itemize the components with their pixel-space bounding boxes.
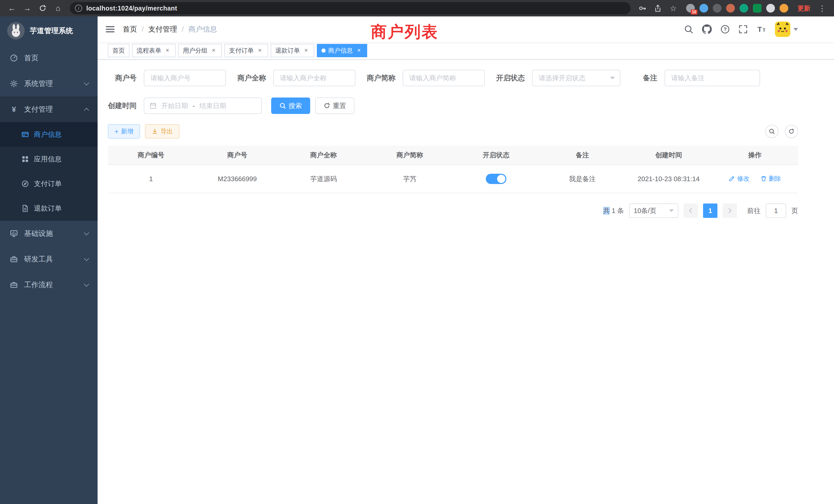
yen-icon: ¥ (8, 105, 20, 114)
search-icon[interactable] (684, 25, 693, 34)
merchant-no-input[interactable] (144, 70, 226, 86)
delete-button[interactable]: 删除 (761, 175, 781, 183)
sidebar-item-dev-tools[interactable]: 研发工具 (0, 246, 97, 272)
toggle-search-button[interactable] (765, 125, 778, 138)
reload-icon[interactable] (36, 2, 49, 15)
extension-profile-icon[interactable] (780, 4, 788, 13)
breadcrumb-home[interactable]: 首页 (123, 24, 137, 34)
hamburger-icon[interactable] (106, 26, 114, 32)
status-toggle[interactable] (486, 174, 506, 184)
reset-button[interactable]: 重置 (315, 97, 354, 114)
prev-page-button[interactable] (683, 204, 698, 218)
sidebar-item-pay-orders[interactable]: 支付订单 (0, 171, 97, 196)
share-icon[interactable] (651, 2, 664, 15)
create-time-range-picker[interactable]: 开始日期 - 结束日期 (144, 97, 262, 114)
tab-process-form[interactable]: 流程表单 × (132, 44, 176, 57)
tab-label: 退款订单 (275, 46, 300, 55)
sidebar-item-app-info[interactable]: 应用信息 (0, 147, 97, 171)
user-avatar[interactable] (775, 22, 798, 37)
address-bar[interactable]: i localhost:1024/pay/merchant (70, 2, 631, 14)
extension-avatar-icon[interactable] (726, 4, 735, 13)
sidebar-item-workflow[interactable]: 工作流程 (0, 272, 97, 298)
grid-icon (21, 155, 30, 163)
tab-refund-orders[interactable]: 退款订单 × (271, 44, 314, 57)
home-icon[interactable]: ⌂ (51, 2, 65, 15)
tab-label: 支付订单 (229, 46, 254, 55)
col-header-merchant-no: 商户号 (194, 146, 280, 165)
github-icon[interactable] (702, 24, 712, 34)
font-size-icon[interactable]: TT (756, 25, 766, 34)
tab-merchant-info[interactable]: 商户信息 × (317, 44, 367, 57)
close-icon[interactable]: × (355, 47, 363, 54)
full-name-input[interactable] (273, 70, 355, 86)
tab-pay-orders[interactable]: 支付订单 × (224, 44, 268, 57)
remark-input[interactable] (664, 70, 760, 86)
refresh-icon (788, 128, 794, 135)
goto-page-input[interactable] (766, 204, 786, 218)
tab-user-group[interactable]: 用户分组 × (178, 44, 222, 57)
current-page-button[interactable]: 1 (703, 204, 718, 218)
chevron-down-icon (84, 230, 89, 235)
browser-menu-icon[interactable]: ⋮ (815, 2, 829, 15)
col-header-actions: 操作 (712, 146, 798, 165)
cell-short-name: 芋艿 (367, 165, 453, 193)
extension-icon-green-circle[interactable] (740, 4, 748, 13)
sidebar-item-infrastructure[interactable]: 基础设施 (0, 221, 97, 246)
next-page-button[interactable] (723, 204, 737, 218)
extension-icon-knot[interactable] (766, 4, 775, 13)
bookmark-star-icon[interactable]: ☆ (666, 2, 680, 15)
back-icon[interactable]: ← (5, 2, 19, 15)
tab-home[interactable]: 首页 (108, 44, 129, 57)
extension-icon-blue[interactable] (699, 4, 708, 13)
app-logo[interactable]: 芋道管理系统 (0, 17, 97, 45)
chevron-down-icon (610, 77, 615, 79)
fullscreen-icon[interactable] (739, 25, 748, 34)
tab-label: 首页 (112, 46, 125, 55)
breadcrumb-separator: / (142, 25, 144, 33)
close-icon[interactable]: × (210, 47, 217, 54)
briefcase-icon (8, 281, 20, 289)
chevron-down-icon (84, 281, 89, 287)
sidebar-item-refund-orders[interactable]: 退款订单 (0, 196, 97, 221)
search-button[interactable]: 搜索 (271, 97, 310, 114)
status-select[interactable]: 请选择开启状态 (532, 70, 620, 86)
navbar-actions: ? TT (684, 22, 798, 37)
site-info-icon[interactable]: i (75, 5, 82, 12)
breadcrumb-section[interactable]: 支付管理 (148, 24, 177, 34)
extension-badge: 10 (691, 9, 697, 15)
forward-icon[interactable]: → (21, 2, 34, 15)
sidebar-item-label: 系统管理 (24, 79, 53, 89)
sidebar-item-label: 退款订单 (34, 204, 62, 213)
extension-icon-green-square[interactable] (753, 4, 762, 13)
avatar-image (775, 22, 790, 37)
browser-update-button[interactable]: 更新 (797, 4, 810, 13)
sidebar-item-payment[interactable]: ¥ 支付管理 (0, 96, 97, 122)
chevron-up-icon (84, 108, 89, 113)
sidebar-item-home[interactable]: 首页 (0, 45, 97, 71)
close-icon[interactable]: × (303, 47, 310, 54)
refresh-table-button[interactable] (785, 125, 798, 138)
cell-remark: 我是备注 (539, 165, 626, 193)
start-date-placeholder: 开始日期 (161, 101, 188, 110)
page-size-select[interactable]: 10条/页 (629, 204, 678, 218)
add-button[interactable]: + 新增 (108, 124, 140, 139)
extension-puzzle-icon[interactable]: 10 (686, 4, 695, 13)
short-name-input[interactable] (403, 70, 485, 86)
close-icon[interactable]: × (164, 47, 171, 54)
sidebar-item-system[interactable]: 系统管理 (0, 71, 97, 96)
password-key-icon[interactable] (636, 2, 649, 15)
cell-actions: 修改 删除 (712, 165, 798, 193)
pagination: 共 1 条 10条/页 1 前往 页 (108, 204, 798, 218)
export-button[interactable]: 导出 (145, 124, 179, 139)
download-icon (152, 128, 158, 135)
help-icon[interactable]: ? (721, 25, 730, 34)
extension-icon-gray[interactable] (713, 4, 722, 13)
edit-button[interactable]: 修改 (729, 175, 749, 183)
screen: ← → ⌂ i localhost:1024/pay/merchant ☆ 10 (0, 0, 834, 504)
cell-id: 1 (108, 165, 194, 193)
dashboard-icon (8, 54, 20, 62)
sidebar-item-merchant-info[interactable]: 商户信息 (0, 122, 97, 147)
browser-extensions: 10 (686, 4, 788, 13)
close-icon[interactable]: × (256, 47, 263, 54)
sidebar-item-label: 支付管理 (24, 105, 53, 114)
